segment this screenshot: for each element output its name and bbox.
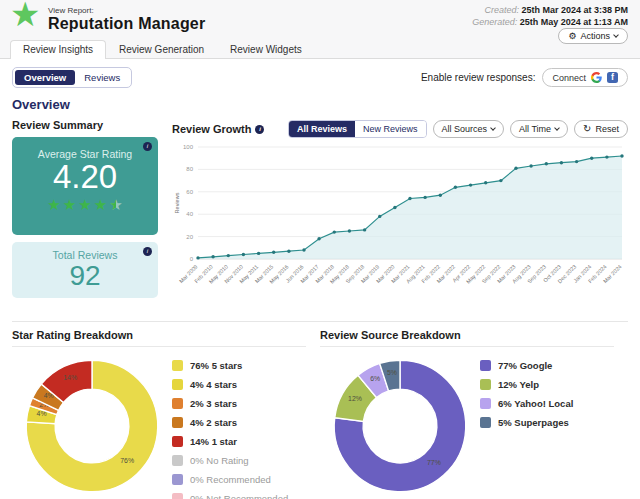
y-tick-label: 60 — [186, 189, 193, 195]
data-point[interactable] — [545, 162, 548, 165]
data-point[interactable] — [423, 196, 426, 199]
page-title: Reputation Manager — [48, 15, 205, 33]
data-point[interactable] — [333, 230, 336, 233]
data-point[interactable] — [454, 186, 457, 189]
facebook-icon: f — [607, 72, 618, 83]
review-summary-heading: Review Summary — [12, 119, 158, 131]
slice-label: 76% — [120, 457, 134, 464]
data-point[interactable] — [317, 237, 320, 240]
overview-heading: Overview — [12, 97, 628, 112]
tab-review-insights[interactable]: Review Insights — [10, 40, 106, 59]
data-point[interactable] — [560, 161, 563, 164]
slice-label: 77% — [427, 459, 441, 466]
legend-item[interactable]: 0% No Rating — [172, 455, 288, 466]
star-rating-breakdown-section: Star Rating Breakdown 76%4%2%4%14% 76% 5… — [12, 329, 320, 499]
subtab-overview[interactable]: Overview — [15, 70, 75, 85]
data-point[interactable] — [393, 206, 396, 209]
created-line: Created: 25th Mar 2024 at 3:38 PM — [472, 4, 628, 16]
legend-item[interactable]: 2% 3 stars — [172, 398, 288, 409]
data-point[interactable] — [363, 228, 366, 231]
legend-label: 4% 2 stars — [190, 417, 237, 428]
area-fill — [198, 156, 622, 259]
data-point[interactable] — [514, 167, 517, 170]
legend-swatch — [480, 360, 491, 371]
legend-item[interactable]: 6% Yahoo! Local — [480, 398, 573, 409]
generated-value: 25th May 2024 at 1:13 AM — [520, 17, 628, 27]
average-star-rating-card: i Average Star Rating 4.20 ★★★★★★ — [12, 137, 158, 235]
gear-icon: ⚙ — [568, 31, 576, 41]
data-point[interactable] — [348, 229, 351, 232]
data-point[interactable] — [620, 154, 623, 157]
data-point[interactable] — [605, 155, 608, 158]
info-icon[interactable]: i — [143, 247, 152, 256]
y-axis-title: Reviews — [174, 192, 180, 213]
legend-item[interactable]: 76% 5 stars — [172, 360, 288, 371]
total-reviews-value: 92 — [12, 261, 158, 290]
legend-item[interactable]: 5% Superpages — [480, 417, 573, 428]
all-sources-dropdown[interactable]: All Sources — [433, 120, 505, 138]
data-point[interactable] — [211, 255, 214, 258]
content-area: Overview Reviews Enable review responses… — [0, 59, 640, 499]
growth-controls: All Reviews New Reviews All Sources All … — [288, 120, 628, 138]
data-point[interactable] — [287, 250, 290, 253]
summary-growth-row: Review Summary i Average Star Rating 4.2… — [12, 119, 628, 313]
half-star-icon: ★★ — [109, 196, 122, 214]
star-rating-donut-chart: 76%4%2%4%14% — [17, 351, 167, 499]
y-tick-label: 40 — [186, 211, 193, 217]
reviews-toggle-group: All Reviews New Reviews — [288, 120, 427, 138]
legend-label: 5% Superpages — [498, 417, 569, 428]
data-point[interactable] — [196, 256, 199, 259]
data-point[interactable] — [439, 194, 442, 197]
legend-swatch — [172, 360, 183, 371]
info-icon[interactable]: i — [143, 142, 152, 151]
legend-item[interactable]: 12% Yelp — [480, 379, 573, 390]
legend-item[interactable]: 77% Google — [480, 360, 573, 371]
legend-item[interactable]: 0% Recommended — [172, 474, 288, 485]
data-point[interactable] — [575, 160, 578, 163]
legend-item[interactable]: 4% 2 stars — [172, 417, 288, 428]
data-point[interactable] — [590, 157, 593, 160]
review-growth-heading: Review Growth i — [172, 123, 264, 135]
data-point[interactable] — [469, 183, 472, 186]
data-point[interactable] — [302, 248, 305, 251]
slice-label: 14% — [63, 374, 77, 381]
legend-item[interactable]: 4% 4 stars — [172, 379, 288, 390]
all-reviews-button[interactable]: All Reviews — [289, 121, 355, 137]
all-time-dropdown[interactable]: All Time — [510, 120, 568, 138]
tab-review-widgets[interactable]: Review Widgets — [217, 40, 315, 59]
legend-item[interactable]: 0% Not Recommended — [172, 493, 288, 499]
reset-button[interactable]: ↻ Reset — [574, 120, 628, 138]
main-tabbar: Review Insights Review Generation Review… — [0, 40, 640, 59]
data-point[interactable] — [242, 253, 245, 256]
data-point[interactable] — [499, 179, 502, 182]
new-reviews-button[interactable]: New Reviews — [355, 121, 426, 137]
view-report-label: View Report: — [48, 6, 94, 15]
data-point[interactable] — [378, 215, 381, 218]
created-label: Created: — [484, 5, 519, 15]
star-icon: ★ — [47, 196, 60, 214]
connect-label: Connect — [552, 73, 586, 83]
data-point[interactable] — [272, 251, 275, 254]
section-divider — [12, 321, 628, 322]
review-growth-header: Review Growth i All Reviews New Reviews … — [172, 119, 628, 139]
slice-label: 5% — [387, 369, 397, 376]
data-point[interactable] — [484, 181, 487, 184]
review-growth-chart: 020406080100ReviewsMar 2009Feb 2010May 2… — [172, 139, 628, 309]
actions-button[interactable]: ⚙ Actions — [558, 28, 628, 44]
slice-label: 6% — [370, 375, 380, 382]
review-summary-section: Review Summary i Average Star Rating 4.2… — [12, 119, 158, 313]
generated-label: Generated: — [472, 17, 517, 27]
legend-item[interactable]: 14% 1 star — [172, 436, 288, 447]
tab-review-generation[interactable]: Review Generation — [106, 40, 217, 59]
data-point[interactable] — [408, 197, 411, 200]
overview-reviews-toggle: Overview Reviews — [12, 67, 132, 88]
connect-button[interactable]: Connect f — [542, 68, 628, 87]
data-point[interactable] — [257, 252, 260, 255]
data-point[interactable] — [529, 164, 532, 167]
star-donut-wrap: 76%4%2%4%14% — [12, 351, 172, 499]
data-point[interactable] — [227, 254, 230, 257]
star-rating-icons: ★★★★★★ — [12, 196, 158, 214]
enable-review-responses-label: Enable review responses: — [421, 72, 536, 83]
info-icon[interactable]: i — [255, 125, 264, 134]
subtab-reviews[interactable]: Reviews — [75, 70, 129, 85]
